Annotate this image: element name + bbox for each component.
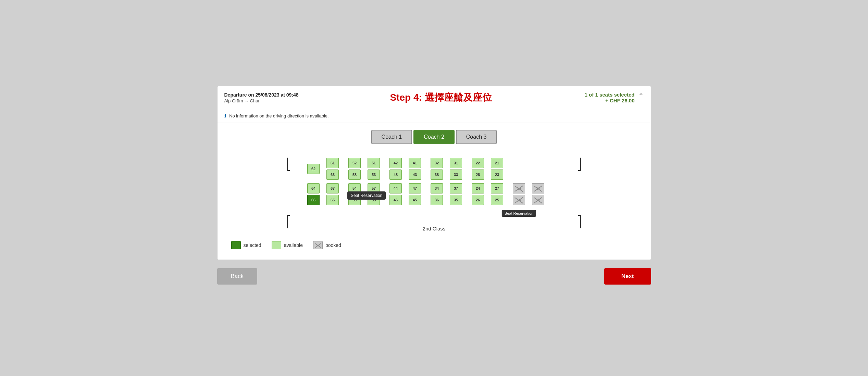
departure-date: Departure on 25/08/2023 at 09:48 xyxy=(224,92,307,98)
seat-group-1715: 17 15 xyxy=(532,183,544,205)
seat-25[interactable]: 25 xyxy=(491,195,503,205)
header-center: Step 4: 選擇座艙及座位 xyxy=(307,91,575,104)
seat-26[interactable]: 26 xyxy=(472,195,484,205)
seat-34[interactable]: 34 xyxy=(431,183,443,193)
coach-tab-3[interactable]: Coach 3 xyxy=(456,130,497,144)
card-body: Coach 1 Coach 2 Coach 3 ⌊ ⌊ ⌊ ⌊ xyxy=(218,123,651,260)
seat-22[interactable]: 22 xyxy=(472,158,484,168)
route: Alp Grüm → Chur xyxy=(224,98,307,103)
header-right-text: 1 of 1 seats selected + CHF 26.00 xyxy=(585,92,635,103)
seat-45[interactable]: 45 xyxy=(409,195,421,205)
seat-group-64: 64 66 xyxy=(307,183,320,205)
seat-row-2: 64 66 67 65 54 xyxy=(307,183,561,205)
seat-41[interactable]: 41 xyxy=(409,158,421,168)
page-wrapper: Departure on 25/08/2023 at 09:48 Alp Grü… xyxy=(217,86,651,290)
seat-51[interactable]: 51 xyxy=(368,158,380,168)
seat-47[interactable]: 47 xyxy=(409,183,421,193)
seat-15[interactable]: 15 xyxy=(532,195,544,205)
seat-48[interactable]: 48 xyxy=(389,170,402,180)
legend-booked-box xyxy=(313,241,323,249)
seat-group-2228: 22 28 xyxy=(472,158,484,180)
legend-booked-label: booked xyxy=(325,242,341,248)
step-title: Step 4: 選擇座艙及座位 xyxy=(390,92,492,103)
seats-area: 62 61 63 52 58 xyxy=(280,154,588,209)
seat-group-6163: 61 63 xyxy=(326,158,339,180)
seat-53[interactable]: 53 xyxy=(368,170,380,180)
seat-group-4248: 42 48 xyxy=(389,158,402,180)
seat-23[interactable]: 23 xyxy=(491,170,503,180)
legend: selected available booked xyxy=(224,241,644,249)
seat-62[interactable]: 62 xyxy=(307,164,320,174)
seat-group-2725: 27 25 xyxy=(491,183,503,205)
seat-33[interactable]: 33 xyxy=(450,170,462,180)
seat-31[interactable]: 31 xyxy=(450,158,462,168)
card-header: Departure on 25/08/2023 at 09:48 Alp Grü… xyxy=(218,86,651,109)
seat-group-3735: 37 35 xyxy=(450,183,462,205)
seat-35[interactable]: 35 xyxy=(450,195,462,205)
legend-selected-label: selected xyxy=(244,242,261,248)
seat-group-4143: 41 43 xyxy=(409,158,421,180)
seat-group-6765: 67 65 xyxy=(326,183,339,205)
seat-43[interactable]: 43 xyxy=(409,170,421,180)
seat-65[interactable]: 65 xyxy=(326,195,339,205)
seat-27[interactable]: 27 xyxy=(491,183,503,193)
seat-group-4745: 47 45 xyxy=(409,183,421,205)
legend-available: available xyxy=(272,241,303,249)
seat-64[interactable]: 64 xyxy=(307,183,320,193)
seat-map-wrapper: ⌊ ⌊ ⌊ ⌊ 62 xyxy=(224,154,644,231)
seat-58[interactable]: 58 xyxy=(348,170,361,180)
seat-63[interactable]: 63 xyxy=(326,170,339,180)
coach-tab-2[interactable]: Coach 2 xyxy=(413,130,455,144)
legend-booked: booked xyxy=(313,241,341,249)
seat-37[interactable]: 37 xyxy=(450,183,462,193)
seat-67[interactable]: 67 xyxy=(326,183,339,193)
price: + CHF 26.00 xyxy=(605,98,634,103)
info-bar: ℹ No information on the driving directio… xyxy=(218,109,651,123)
info-icon: ℹ xyxy=(224,113,226,118)
footer-bar: Back Next xyxy=(217,263,651,290)
seat-32[interactable]: 32 xyxy=(431,158,443,168)
seat-group-2426: 24 26 xyxy=(472,183,484,205)
seat-52[interactable]: 52 xyxy=(348,158,361,168)
seat-14[interactable]: 14 xyxy=(513,183,525,193)
coach-tab-1[interactable]: Coach 1 xyxy=(371,130,412,144)
seat-61[interactable]: 61 xyxy=(326,158,339,168)
legend-selected-box xyxy=(231,241,241,249)
seat-17[interactable]: 17 xyxy=(532,183,544,193)
seat-group-62: 62 xyxy=(307,164,320,174)
seat-21[interactable]: 21 xyxy=(491,158,503,168)
seat-group-5258: 52 58 xyxy=(348,158,361,180)
seat-36[interactable]: 36 xyxy=(431,195,443,205)
seat-group-3133: 31 33 xyxy=(450,158,462,180)
seat-group-3436: 34 36 xyxy=(431,183,443,205)
seat-group-1416: 14 16 Seat Reservation xyxy=(513,183,525,205)
seat-38[interactable]: 38 xyxy=(431,170,443,180)
legend-selected: selected xyxy=(231,241,261,249)
legend-available-label: available xyxy=(284,242,303,248)
seat-group-3238: 32 38 xyxy=(431,158,443,180)
info-message: No information on the driving direction … xyxy=(229,113,329,118)
back-button[interactable]: Back xyxy=(217,268,258,285)
seat-42[interactable]: 42 xyxy=(389,158,402,168)
seat-group-5153: 51 53 xyxy=(368,158,380,180)
seat-66[interactable]: 66 xyxy=(307,195,320,205)
seat-46[interactable]: 46 xyxy=(389,195,402,205)
chevron-up-icon[interactable]: ⌃ xyxy=(638,92,644,100)
main-card: Departure on 25/08/2023 at 09:48 Alp Grü… xyxy=(217,86,651,260)
seat-row-1: 62 61 63 52 58 xyxy=(307,158,561,180)
next-button[interactable]: Next xyxy=(604,268,651,285)
coach-tabs: Coach 1 Coach 2 Coach 3 xyxy=(224,130,644,144)
header-right-inner: 1 of 1 seats selected + CHF 26.00 ⌃ xyxy=(575,92,644,103)
seats-selected: 1 of 1 seats selected xyxy=(585,92,635,98)
header-right: 1 of 1 seats selected + CHF 26.00 ⌃ xyxy=(575,92,644,103)
seat-map-inner: ⌊ ⌊ ⌊ ⌊ 62 xyxy=(280,154,588,231)
seat-24[interactable]: 24 xyxy=(472,183,484,193)
seat-44[interactable]: 44 xyxy=(389,183,402,193)
seat-reservation-tooltip: Seat Reservation xyxy=(502,210,536,217)
seat-reservation-tooltip-display: Seat Reservation xyxy=(347,191,386,200)
header-left: Departure on 25/08/2023 at 09:48 Alp Grü… xyxy=(224,92,307,103)
seat-28[interactable]: 28 xyxy=(472,170,484,180)
seat-group-4446: 44 46 xyxy=(389,183,402,205)
legend-available-box xyxy=(272,241,281,249)
seat-16[interactable]: 16 xyxy=(513,195,525,205)
